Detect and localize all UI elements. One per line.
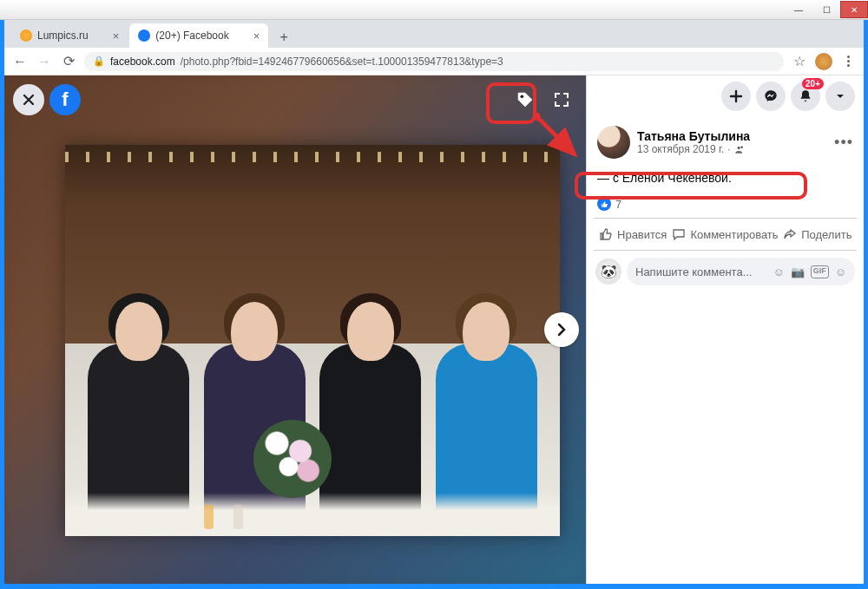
tab-title: Lumpics.ru <box>37 29 89 42</box>
url-path: /photo.php?fbid=149246779660656&set=t.10… <box>181 56 503 68</box>
chevron-right-icon <box>554 322 569 337</box>
close-icon <box>22 93 36 107</box>
notification-badge: 20+ <box>802 78 824 89</box>
create-button[interactable] <box>721 82 751 111</box>
tab-close-icon[interactable]: × <box>113 29 120 43</box>
camera-icon[interactable]: 📷 <box>791 265 805 278</box>
favicon-icon <box>20 29 32 42</box>
emoji-icon[interactable]: ☺ <box>773 265 784 278</box>
post-date[interactable]: 13 октября 2019 г. · <box>637 143 827 155</box>
comment-icon <box>672 227 686 241</box>
back-button[interactable]: ← <box>11 53 29 70</box>
comment-input[interactable]: Напишите коммента... ☺ 📷 GIF ☺ <box>627 258 855 285</box>
fullscreen-button[interactable] <box>546 84 577 115</box>
tagged-with-text[interactable]: — с Еленой Чекеневой. <box>587 167 864 193</box>
post-menu-button[interactable]: ••• <box>834 134 853 152</box>
sticker-icon[interactable]: ☺ <box>835 265 846 278</box>
photo-viewer: f <box>4 75 586 584</box>
bell-icon <box>799 89 812 103</box>
post-header: Татьяна Бутылина 13 октября 2019 г. · ••… <box>587 117 864 167</box>
like-reaction-icon <box>597 197 611 211</box>
share-button[interactable]: Поделить <box>779 219 857 250</box>
tab-facebook[interactable]: (20+) Facebook × <box>129 23 268 48</box>
tab-lumpics[interactable]: Lumpics.ru × <box>11 23 128 48</box>
url-input[interactable]: 🔒 facebook.com/photo.php?fbid=1492467796… <box>84 52 784 71</box>
favicon-icon <box>138 29 150 42</box>
caret-down-icon <box>835 91 845 101</box>
comment-button[interactable]: Комментировать <box>672 219 778 250</box>
url-domain: facebook.com <box>110 56 175 68</box>
fullscreen-icon <box>554 92 569 108</box>
comment-placeholder: Напишите коммента... <box>635 265 752 278</box>
facebook-logo-button[interactable]: f <box>49 84 81 115</box>
tag-photo-button[interactable] <box>510 84 541 115</box>
author-name-link[interactable]: Татьяна Бутылина <box>637 129 827 143</box>
share-icon <box>783 227 797 241</box>
new-tab-button[interactable]: + <box>273 27 294 48</box>
window-close-button[interactable]: ✕ <box>840 1 868 18</box>
svg-point-0 <box>521 95 524 99</box>
window-minimize-button[interactable]: — <box>785 1 812 18</box>
my-avatar[interactable]: 🐼 <box>595 259 621 285</box>
facebook-header: 20+ <box>587 75 864 117</box>
like-count: 7 <box>615 198 621 211</box>
author-avatar[interactable] <box>597 126 630 159</box>
gif-icon[interactable]: GIF <box>811 265 829 278</box>
like-button[interactable]: Нравится <box>594 219 672 250</box>
thumbs-up-icon <box>599 227 613 241</box>
forward-button[interactable]: → <box>36 53 53 70</box>
next-photo-button[interactable] <box>544 312 579 347</box>
messenger-icon <box>764 89 778 103</box>
browser-menu-button[interactable] <box>839 53 857 70</box>
plus-icon <box>729 89 743 103</box>
photo-image[interactable] <box>65 145 560 536</box>
bookmark-star-icon[interactable]: ☆ <box>791 53 808 70</box>
close-photo-button[interactable] <box>13 84 44 115</box>
browser-window: Lumpics.ru × (20+) Facebook × + ← → ⟳ 🔒 … <box>4 20 864 584</box>
window-titlebar: — ☐ ✕ <box>0 0 868 20</box>
reactions-bar[interactable]: 7 <box>587 193 864 218</box>
reload-button[interactable]: ⟳ <box>60 53 77 70</box>
lock-icon: 🔒 <box>93 56 105 67</box>
tab-close-icon[interactable]: × <box>253 29 260 43</box>
messenger-button[interactable] <box>756 82 786 111</box>
tab-bar: Lumpics.ru × (20+) Facebook × + <box>4 20 864 48</box>
photo-sidebar: 20+ Татьяна Бутылина 13 октября 2019 г. … <box>586 75 864 584</box>
notifications-button[interactable]: 20+ <box>791 82 820 111</box>
dot-separator: · <box>727 143 730 155</box>
address-bar: ← → ⟳ 🔒 facebook.com/photo.php?fbid=1492… <box>4 48 864 75</box>
account-menu-button[interactable] <box>825 82 855 111</box>
tag-icon <box>516 90 535 109</box>
tab-title: (20+) Facebook <box>155 29 228 42</box>
page-content: f <box>4 75 864 584</box>
friends-privacy-icon <box>734 145 744 154</box>
post-actions: Нравится Комментировать Поделить <box>594 218 857 251</box>
comment-composer: 🐼 Напишите коммента... ☺ 📷 GIF ☺ <box>587 251 864 292</box>
window-maximize-button[interactable]: ☐ <box>812 1 840 18</box>
profile-avatar-icon[interactable] <box>815 53 832 70</box>
